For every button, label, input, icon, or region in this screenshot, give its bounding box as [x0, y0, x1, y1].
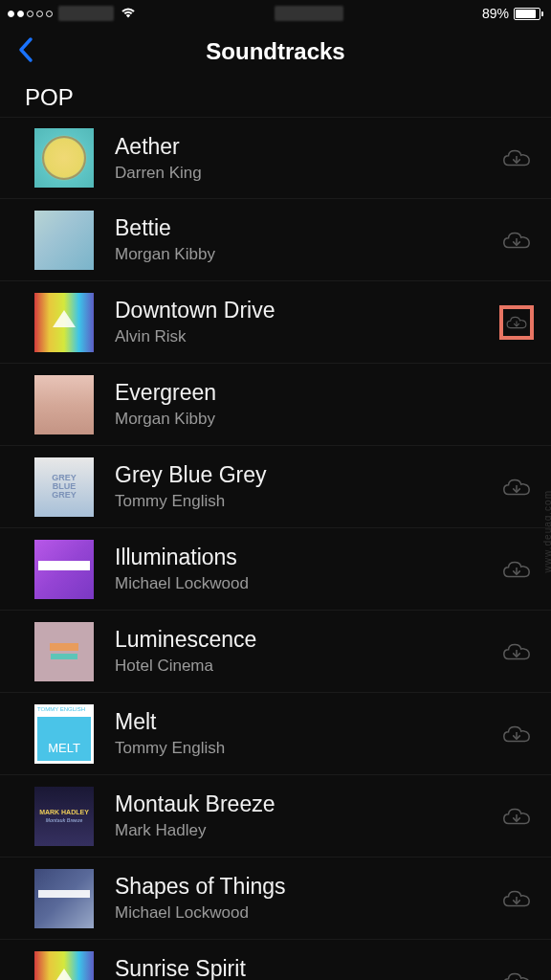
- track-info: Montauk BreezeMark Hadley: [94, 791, 499, 840]
- track-info: MeltTommy English: [94, 709, 499, 758]
- album-art: [34, 375, 94, 434]
- track-artist: Morgan Kibby: [115, 410, 538, 429]
- track-artist: Morgan Kibby: [115, 245, 499, 264]
- status-bar: 89%: [0, 0, 551, 27]
- track-info: IlluminationsMichael Lockwood: [94, 545, 499, 593]
- cloud-download-icon: [501, 146, 532, 169]
- download-button[interactable]: [499, 470, 534, 504]
- track-row[interactable]: MARK HADLEYMontauk BreezeMontauk BreezeM…: [0, 775, 551, 858]
- track-row[interactable]: Shapes of ThingsMichael Lockwood: [0, 858, 551, 940]
- download-button[interactable]: [499, 305, 534, 340]
- status-left: [8, 6, 137, 22]
- track-artist: Hotel Cinema: [115, 657, 499, 676]
- album-art: [34, 293, 94, 352]
- track-info: EvergreenMorgan Kibby: [94, 380, 538, 429]
- cloud-download-icon: [501, 723, 532, 746]
- album-art: TOMMY ENGLISHMELT: [34, 704, 94, 764]
- track-artist: Tommy English: [115, 492, 499, 511]
- download-button[interactable]: [499, 799, 534, 834]
- wifi-icon: [120, 6, 137, 22]
- cloud-download-icon: [501, 558, 532, 581]
- track-info: Sunrise SpiritAlvin Risk: [94, 956, 499, 980]
- page-title: Soundtracks: [0, 38, 551, 65]
- track-list: AetherDarren KingBettieMorgan KibbyDownt…: [0, 117, 551, 980]
- track-info: BettieMorgan Kibby: [94, 215, 499, 264]
- watermark: www.deuaq.com: [542, 490, 552, 572]
- track-row[interactable]: GREYBLUEGREYGrey Blue GreyTommy English: [0, 446, 551, 528]
- album-art: [34, 128, 94, 188]
- back-button[interactable]: [17, 36, 34, 67]
- track-row[interactable]: AetherDarren King: [0, 117, 551, 199]
- track-title: Montauk Breeze: [115, 791, 499, 817]
- track-artist: Michael Lockwood: [115, 574, 499, 593]
- track-title: Illuminations: [115, 545, 499, 570]
- album-art: [34, 951, 94, 981]
- track-artist: Darren King: [115, 164, 499, 183]
- track-artist: Tommy English: [115, 739, 499, 758]
- track-title: Downtown Drive: [115, 298, 499, 323]
- download-button[interactable]: [499, 141, 534, 175]
- album-art: [34, 622, 94, 681]
- track-title: Aether: [115, 134, 499, 160]
- download-button[interactable]: [499, 635, 534, 669]
- track-row[interactable]: BettieMorgan Kibby: [0, 199, 551, 281]
- track-title: Grey Blue Grey: [115, 462, 499, 488]
- track-row[interactable]: TOMMY ENGLISHMELTMeltTommy English: [0, 693, 551, 775]
- cloud-download-icon: [501, 969, 532, 981]
- track-artist: Mark Hadley: [115, 821, 499, 840]
- carrier-label: [58, 6, 114, 21]
- track-info: Grey Blue GreyTommy English: [94, 462, 499, 511]
- track-title: Sunrise Spirit: [115, 956, 499, 980]
- battery-icon: [514, 8, 543, 20]
- cloud-download-icon: [501, 640, 532, 663]
- cloud-download-icon: [501, 805, 532, 828]
- track-title: Evergreen: [115, 380, 538, 406]
- track-title: Bettie: [115, 215, 499, 241]
- download-button[interactable]: [499, 717, 534, 751]
- album-art: GREYBLUEGREY: [34, 457, 94, 517]
- track-info: Downtown DriveAlvin Risk: [94, 298, 499, 346]
- track-title: Luminescence: [115, 627, 499, 653]
- album-art: [34, 540, 94, 599]
- download-button[interactable]: [499, 223, 534, 257]
- track-row[interactable]: LuminescenceHotel Cinema: [0, 611, 551, 693]
- album-art: [34, 211, 94, 270]
- status-right: 89%: [482, 6, 543, 21]
- track-artist: Michael Lockwood: [115, 903, 499, 923]
- track-row[interactable]: IlluminationsMichael Lockwood: [0, 528, 551, 611]
- battery-percent: 89%: [482, 6, 509, 21]
- signal-strength-icon: [8, 11, 53, 17]
- album-art: [34, 869, 94, 928]
- track-title: Melt: [115, 709, 499, 735]
- download-button[interactable]: [499, 881, 534, 916]
- album-art: MARK HADLEYMontauk Breeze: [34, 787, 94, 846]
- track-artist: Alvin Risk: [115, 327, 499, 346]
- cloud-download-icon: [505, 311, 528, 334]
- chevron-left-icon: [17, 36, 34, 63]
- track-info: AetherDarren King: [94, 134, 499, 183]
- track-info: LuminescenceHotel Cinema: [94, 627, 499, 676]
- section-header: POP: [0, 77, 551, 117]
- download-button[interactable]: [499, 964, 534, 981]
- time-label: [275, 6, 343, 21]
- track-row[interactable]: Downtown DriveAlvin Risk: [0, 281, 551, 364]
- cloud-download-icon: [501, 887, 532, 910]
- track-row[interactable]: EvergreenMorgan Kibby: [0, 364, 551, 446]
- download-button[interactable]: [499, 552, 534, 587]
- cloud-download-icon: [501, 476, 532, 499]
- cloud-download-icon: [501, 229, 532, 252]
- track-title: Shapes of Things: [115, 874, 499, 900]
- track-info: Shapes of ThingsMichael Lockwood: [94, 874, 499, 923]
- track-row[interactable]: Sunrise SpiritAlvin Risk: [0, 940, 551, 980]
- nav-header: Soundtracks: [0, 27, 551, 77]
